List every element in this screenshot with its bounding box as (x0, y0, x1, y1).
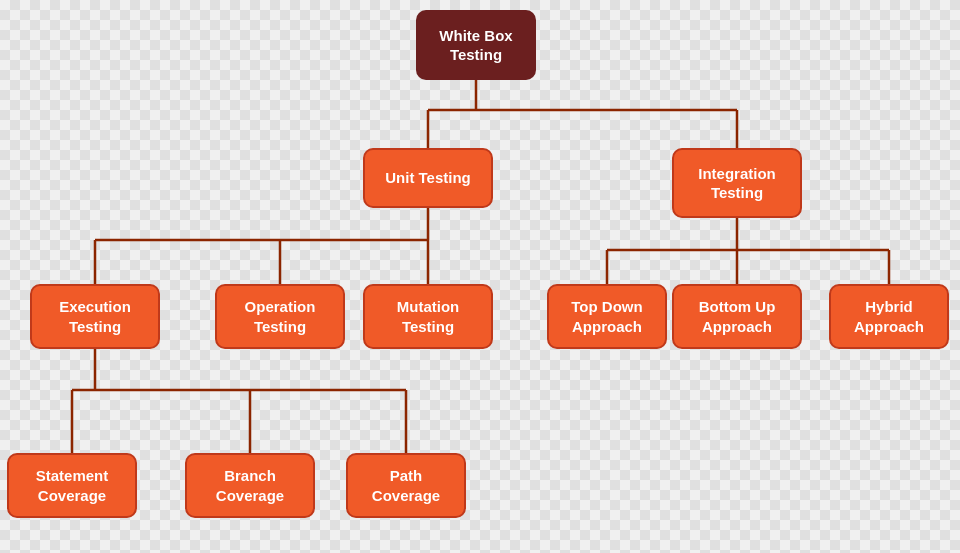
integration-testing-node: Integration Testing (672, 148, 802, 218)
topdown-label: Top Down Approach (561, 297, 653, 336)
operation-label: Operation Testing (229, 297, 331, 336)
statement-coverage-node: Statement Coverage (7, 453, 137, 518)
unit-testing-node: Unit Testing (363, 148, 493, 208)
bottomup-approach-node: Bottom Up Approach (672, 284, 802, 349)
root-label: White Box Testing (428, 26, 524, 65)
path-coverage-node: Path Coverage (346, 453, 466, 518)
operation-testing-node: Operation Testing (215, 284, 345, 349)
execution-testing-node: Execution Testing (30, 284, 160, 349)
execution-label: Execution Testing (44, 297, 146, 336)
topdown-approach-node: Top Down Approach (547, 284, 667, 349)
root-node: White Box Testing (416, 10, 536, 80)
bottomup-label: Bottom Up Approach (686, 297, 788, 336)
hybrid-approach-node: Hybrid Approach (829, 284, 949, 349)
unit-label: Unit Testing (385, 168, 471, 188)
path-label: Path Coverage (360, 466, 452, 505)
statement-label: Statement Coverage (21, 466, 123, 505)
branch-coverage-node: Branch Coverage (185, 453, 315, 518)
integration-label: Integration Testing (686, 164, 788, 203)
hybrid-label: Hybrid Approach (843, 297, 935, 336)
branch-label: Branch Coverage (199, 466, 301, 505)
mutation-testing-node: Mutation Testing (363, 284, 493, 349)
mutation-label: Mutation Testing (377, 297, 479, 336)
